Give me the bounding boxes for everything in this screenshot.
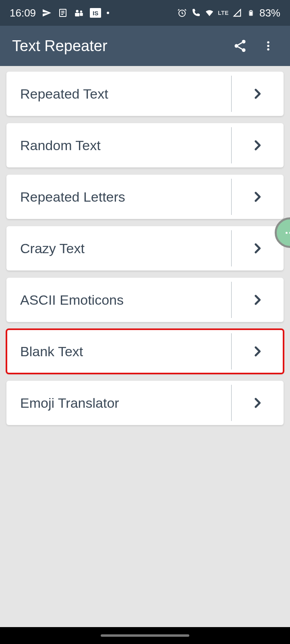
reader-icon [58, 8, 68, 18]
status-left: 16:09 IS [10, 7, 109, 19]
list-item-label: ASCII Emoticons [6, 278, 231, 322]
list-item-label: Random Text [6, 123, 231, 167]
list-item-label: Emoji Translator [6, 381, 231, 425]
is-badge-icon: IS [90, 8, 101, 18]
svg-rect-7 [80, 13, 83, 16]
chevron-right-icon [231, 278, 284, 322]
status-time: 16:09 [10, 7, 36, 19]
gesture-handle[interactable] [101, 634, 189, 637]
svg-point-17 [267, 48, 269, 51]
svg-point-12 [242, 40, 246, 43]
chevron-right-icon [231, 123, 284, 167]
page-title: Text Repeater [10, 37, 224, 55]
list-item-random-text[interactable]: Random Text [6, 123, 284, 167]
chevron-right-icon [231, 72, 284, 116]
svg-point-5 [80, 10, 82, 12]
teams-icon [74, 8, 84, 18]
list-item-repeated-text[interactable]: Repeated Text [6, 72, 284, 116]
alarm-icon [177, 8, 187, 18]
battery-icon [246, 8, 256, 18]
list-item-label: Repeated Text [6, 72, 231, 116]
chevron-right-icon [231, 175, 284, 219]
svg-point-16 [267, 45, 269, 47]
battery-percent: 83% [259, 7, 280, 19]
more-menu-button[interactable] [256, 34, 280, 58]
share-button[interactable] [228, 34, 252, 58]
list-item-repeated-letters[interactable]: Repeated Letters [6, 175, 284, 219]
status-right: LTE 83% [177, 7, 280, 19]
system-nav-bar [0, 627, 290, 644]
phone-icon [191, 8, 201, 18]
list-item-label: Crazy Text [6, 226, 231, 270]
svg-rect-6 [75, 13, 79, 17]
list-item-ascii-emoticons[interactable]: ASCII Emoticons [6, 278, 284, 322]
app-bar: Text Repeater [0, 26, 290, 66]
status-bar: 16:09 IS LTE 83% [0, 0, 290, 26]
wifi-icon [204, 8, 215, 18]
svg-point-14 [242, 48, 246, 52]
signal-icon [232, 8, 242, 18]
svg-rect-11 [250, 10, 252, 11]
svg-rect-10 [250, 12, 252, 15]
list-item-emoji-translator[interactable]: Emoji Translator [6, 381, 284, 425]
svg-point-13 [235, 44, 238, 48]
send-icon [41, 8, 52, 18]
list-item-blank-text[interactable]: Blank Text [6, 329, 284, 374]
svg-point-4 [76, 10, 79, 12]
main-list: Repeated Text Random Text Repeated Lette… [0, 66, 290, 438]
more-notifications-dot [107, 12, 109, 14]
list-item-label: Repeated Letters [6, 175, 231, 219]
chevron-right-icon [231, 329, 284, 374]
chevron-right-icon [231, 381, 284, 425]
svg-point-15 [267, 41, 269, 44]
list-item-crazy-text[interactable]: Crazy Text [6, 226, 284, 270]
network-label: LTE [218, 10, 229, 16]
list-item-label: Blank Text [6, 329, 231, 374]
